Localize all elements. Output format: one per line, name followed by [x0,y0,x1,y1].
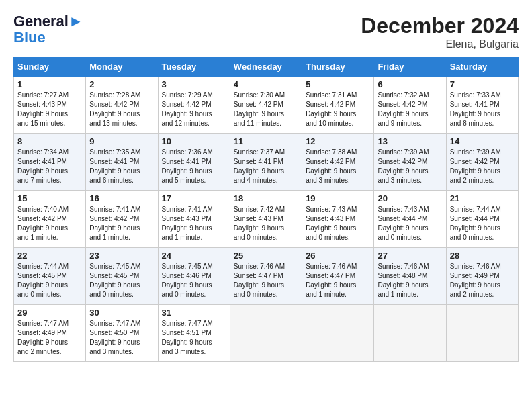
day-number: 5 [306,79,370,89]
day-info: Sunrise: 7:47 AM Sunset: 4:51 PM Dayligh… [162,319,226,357]
day-info: Sunrise: 7:39 AM Sunset: 4:42 PM Dayligh… [378,148,442,185]
calendar-cell: 11Sunrise: 7:37 AM Sunset: 4:41 PM Dayli… [230,134,302,191]
calendar-cell: 26Sunrise: 7:46 AM Sunset: 4:47 PM Dayli… [302,248,374,305]
day-number: 2 [89,79,154,89]
day-number: 8 [17,136,82,146]
location: Elena, Bulgaria [361,38,519,50]
day-info: Sunrise: 7:46 AM Sunset: 4:47 PM Dayligh… [306,262,370,300]
day-info: Sunrise: 7:28 AM Sunset: 4:42 PM Dayligh… [89,91,154,128]
day-number: 4 [234,79,298,89]
calendar-cell: 19Sunrise: 7:43 AM Sunset: 4:43 PM Dayli… [302,191,374,248]
day-number: 28 [450,250,515,261]
calendar-cell: 7Sunrise: 7:33 AM Sunset: 4:41 PM Daylig… [446,77,518,134]
day-info: Sunrise: 7:46 AM Sunset: 4:49 PM Dayligh… [450,262,515,300]
calendar-cell: 21Sunrise: 7:44 AM Sunset: 4:44 PM Dayli… [446,191,518,248]
day-info: Sunrise: 7:27 AM Sunset: 4:43 PM Dayligh… [17,91,82,128]
month-title: December 2024 [361,13,519,38]
calendar-cell: 3Sunrise: 7:29 AM Sunset: 4:42 PM Daylig… [158,77,230,134]
day-info: Sunrise: 7:40 AM Sunset: 4:42 PM Dayligh… [17,205,82,242]
calendar-cell [374,305,446,362]
day-info: Sunrise: 7:36 AM Sunset: 4:41 PM Dayligh… [162,148,226,185]
day-info: Sunrise: 7:32 AM Sunset: 4:42 PM Dayligh… [378,91,442,128]
calendar-cell: 18Sunrise: 7:42 AM Sunset: 4:43 PM Dayli… [230,191,302,248]
calendar-cell: 30Sunrise: 7:47 AM Sunset: 4:50 PM Dayli… [86,305,158,362]
weekday-header-tuesday: Tuesday [158,58,230,77]
calendar-cell: 1Sunrise: 7:27 AM Sunset: 4:43 PM Daylig… [14,77,86,134]
page-header: General► Blue December 2024 Elena, Bulga… [13,13,519,50]
header-row: SundayMondayTuesdayWednesdayThursdayFrid… [14,58,519,77]
day-number: 12 [306,136,370,146]
calendar-cell: 17Sunrise: 7:41 AM Sunset: 4:43 PM Dayli… [158,191,230,248]
week-row-2: 8Sunrise: 7:34 AM Sunset: 4:41 PM Daylig… [14,134,519,191]
weekday-header-wednesday: Wednesday [230,58,302,77]
day-info: Sunrise: 7:44 AM Sunset: 4:44 PM Dayligh… [450,205,515,242]
calendar-cell: 5Sunrise: 7:31 AM Sunset: 4:42 PM Daylig… [302,77,374,134]
week-row-1: 1Sunrise: 7:27 AM Sunset: 4:43 PM Daylig… [14,77,519,134]
day-info: Sunrise: 7:42 AM Sunset: 4:43 PM Dayligh… [234,205,298,242]
day-info: Sunrise: 7:45 AM Sunset: 4:46 PM Dayligh… [162,262,226,300]
day-info: Sunrise: 7:47 AM Sunset: 4:49 PM Dayligh… [17,319,82,357]
day-number: 9 [89,136,154,146]
day-number: 18 [234,193,298,203]
calendar-cell: 29Sunrise: 7:47 AM Sunset: 4:49 PM Dayli… [14,305,86,362]
calendar-cell: 8Sunrise: 7:34 AM Sunset: 4:41 PM Daylig… [14,134,86,191]
calendar-cell: 10Sunrise: 7:36 AM Sunset: 4:41 PM Dayli… [158,134,230,191]
calendar-cell: 2Sunrise: 7:28 AM Sunset: 4:42 PM Daylig… [86,77,158,134]
day-number: 27 [378,250,442,261]
day-info: Sunrise: 7:34 AM Sunset: 4:41 PM Dayligh… [17,148,82,185]
day-number: 6 [378,79,442,89]
day-info: Sunrise: 7:43 AM Sunset: 4:44 PM Dayligh… [378,205,442,242]
logo: General► Blue [13,13,83,46]
weekday-header-sunday: Sunday [14,58,86,77]
day-number: 22 [17,250,82,261]
calendar-table: SundayMondayTuesdayWednesdayThursdayFrid… [13,57,519,362]
day-info: Sunrise: 7:46 AM Sunset: 4:48 PM Dayligh… [378,262,442,300]
calendar-cell: 4Sunrise: 7:30 AM Sunset: 4:42 PM Daylig… [230,77,302,134]
day-number: 23 [89,250,154,261]
day-info: Sunrise: 7:33 AM Sunset: 4:41 PM Dayligh… [450,91,515,128]
calendar-cell: 22Sunrise: 7:44 AM Sunset: 4:45 PM Dayli… [14,248,86,305]
day-number: 24 [162,250,226,261]
weekday-header-friday: Friday [374,58,446,77]
day-number: 7 [450,79,515,89]
day-info: Sunrise: 7:29 AM Sunset: 4:42 PM Dayligh… [162,91,226,128]
calendar-cell: 12Sunrise: 7:38 AM Sunset: 4:42 PM Dayli… [302,134,374,191]
day-number: 21 [450,193,515,203]
weekday-header-monday: Monday [86,58,158,77]
calendar-cell: 13Sunrise: 7:39 AM Sunset: 4:42 PM Dayli… [374,134,446,191]
day-number: 19 [306,193,370,203]
calendar-cell: 6Sunrise: 7:32 AM Sunset: 4:42 PM Daylig… [374,77,446,134]
calendar-cell: 25Sunrise: 7:46 AM Sunset: 4:47 PM Dayli… [230,248,302,305]
day-number: 15 [17,193,82,203]
day-number: 30 [89,308,154,318]
weekday-header-saturday: Saturday [446,58,518,77]
calendar-cell [230,305,302,362]
calendar-cell [302,305,374,362]
day-number: 31 [162,308,226,318]
day-info: Sunrise: 7:41 AM Sunset: 4:42 PM Dayligh… [89,205,154,242]
calendar-cell: 9Sunrise: 7:35 AM Sunset: 4:41 PM Daylig… [86,134,158,191]
day-number: 26 [306,250,370,261]
day-info: Sunrise: 7:46 AM Sunset: 4:47 PM Dayligh… [234,262,298,300]
calendar-cell: 15Sunrise: 7:40 AM Sunset: 4:42 PM Dayli… [14,191,86,248]
day-info: Sunrise: 7:44 AM Sunset: 4:45 PM Dayligh… [17,262,82,300]
calendar-cell: 31Sunrise: 7:47 AM Sunset: 4:51 PM Dayli… [158,305,230,362]
calendar-cell: 23Sunrise: 7:45 AM Sunset: 4:45 PM Dayli… [86,248,158,305]
day-info: Sunrise: 7:31 AM Sunset: 4:42 PM Dayligh… [306,91,370,128]
day-info: Sunrise: 7:35 AM Sunset: 4:41 PM Dayligh… [89,148,154,185]
day-number: 10 [162,136,226,146]
calendar-cell: 24Sunrise: 7:45 AM Sunset: 4:46 PM Dayli… [158,248,230,305]
day-number: 14 [450,136,515,146]
title-section: December 2024 Elena, Bulgaria [361,13,519,50]
calendar-cell: 14Sunrise: 7:39 AM Sunset: 4:42 PM Dayli… [446,134,518,191]
day-info: Sunrise: 7:38 AM Sunset: 4:42 PM Dayligh… [306,148,370,185]
day-number: 25 [234,250,298,261]
day-info: Sunrise: 7:47 AM Sunset: 4:50 PM Dayligh… [89,319,154,357]
logo-subtext: Blue [13,30,83,46]
calendar-cell: 27Sunrise: 7:46 AM Sunset: 4:48 PM Dayli… [374,248,446,305]
day-number: 13 [378,136,442,146]
calendar-cell [446,305,518,362]
day-info: Sunrise: 7:39 AM Sunset: 4:42 PM Dayligh… [450,148,515,185]
week-row-5: 29Sunrise: 7:47 AM Sunset: 4:49 PM Dayli… [14,305,519,362]
day-number: 1 [17,79,82,89]
